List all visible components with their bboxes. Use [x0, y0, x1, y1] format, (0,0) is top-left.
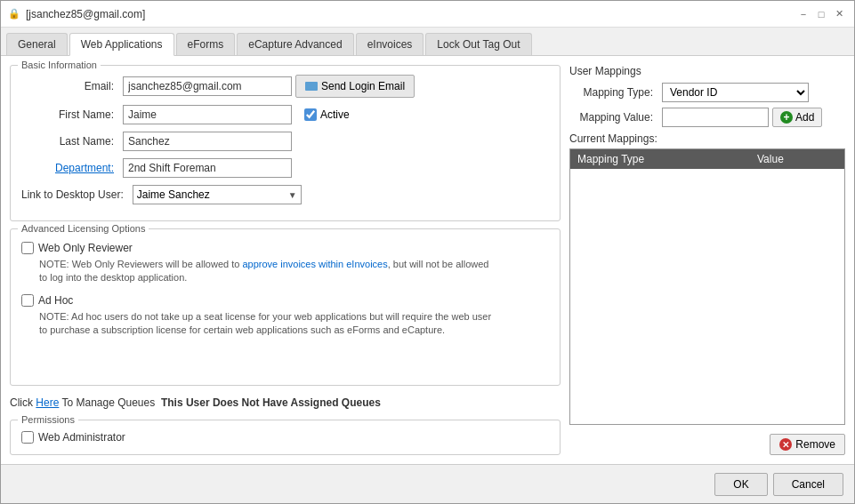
main-window: 🔒 [jsanchez85@gmail.com] − □ ✕ General W… [0, 0, 855, 504]
remove-btn-label: Remove [795, 438, 835, 451]
desktop-user-label: Link to Desktop User: [21, 188, 129, 201]
mapping-table-body [570, 169, 844, 347]
window-title: [jsanchez85@gmail.com] [26, 8, 145, 20]
send-login-btn-label: Send Login Email [321, 80, 405, 92]
mapping-type-select[interactable]: Vendor ID Employee ID Cost Center [662, 83, 809, 102]
basic-info-label: Basic Information [18, 60, 101, 70]
title-bar-controls: − □ ✕ [795, 6, 847, 22]
email-label: Email: [21, 80, 119, 92]
cancel-button[interactable]: Cancel [773, 473, 843, 496]
mapping-value-row: Mapping Value: + Add [569, 108, 845, 127]
department-field[interactable] [123, 158, 292, 178]
queue-prefix: Click [10, 396, 36, 409]
queue-row: Click Here To Manage Queues This User Do… [10, 393, 561, 412]
close-button[interactable]: ✕ [831, 6, 847, 22]
lock-icon: 🔒 [8, 8, 20, 20]
web-admin-label: Web Administrator [38, 431, 125, 444]
remove-mapping-button[interactable]: ✕ Remove [770, 434, 845, 455]
lastname-row: Last Name: [21, 132, 549, 151]
web-only-reviewer-item: Web Only Reviewer NOTE: Web Only Reviewe… [21, 242, 549, 285]
mapping-value-field[interactable] [662, 108, 769, 127]
current-mappings-label: Current Mappings: [569, 132, 845, 145]
firstname-label: First Name: [21, 108, 119, 121]
mapping-type-row: Mapping Type: Vendor ID Employee ID Cost… [569, 83, 845, 102]
remove-x-icon: ✕ [779, 438, 792, 451]
envelope-icon [305, 82, 318, 91]
send-login-email-button[interactable]: Send Login Email [295, 75, 415, 98]
lastname-field[interactable] [123, 132, 292, 151]
desktop-user-dropdown[interactable]: Jaime Sanchez ▼ [133, 185, 302, 204]
desktop-user-value: Jaime Sanchez [137, 188, 288, 201]
add-circle-icon: + [780, 111, 793, 124]
tab-einvoices[interactable]: eInvoices [356, 33, 424, 55]
bottom-bar: OK Cancel [1, 464, 854, 503]
ad-hoc-label: Ad Hoc [38, 294, 73, 307]
ad-hoc-checkbox[interactable] [21, 294, 34, 307]
advanced-licensing-label: Advanced Licensing Options [18, 223, 149, 234]
tab-web-applications[interactable]: Web Applications [69, 33, 174, 56]
mapping-table-container: Mapping Type Value [569, 148, 845, 425]
advanced-licensing-inner: Web Only Reviewer NOTE: Web Only Reviewe… [21, 242, 549, 338]
ad-hoc-row: Ad Hoc [21, 294, 549, 307]
web-only-blue-text: approve invoices within eInvoices [242, 259, 387, 269]
minimize-button[interactable]: − [795, 6, 811, 22]
title-bar: 🔒 [jsanchez85@gmail.com] − □ ✕ [1, 1, 854, 28]
right-panel: User Mappings Mapping Type: Vendor ID Em… [569, 65, 845, 455]
department-row: Department: [21, 158, 549, 178]
firstname-field[interactable] [123, 105, 292, 124]
tab-general[interactable]: General [6, 33, 68, 55]
web-admin-row: Web Administrator [21, 431, 549, 444]
web-only-reviewer-checkbox[interactable] [21, 242, 34, 254]
basic-info-section: Basic Information Email: Send Login Emai… [10, 65, 561, 221]
permissions-section: Permissions Web Administrator [10, 420, 561, 455]
active-label: Active [320, 108, 350, 121]
active-row: Active [304, 108, 350, 121]
department-label[interactable]: Department: [21, 162, 119, 174]
web-only-reviewer-note: NOTE: Web Only Reviewers will be allowed… [39, 258, 493, 285]
left-panel: Basic Information Email: Send Login Emai… [10, 65, 561, 455]
mapping-value-label: Mapping Value: [569, 111, 658, 124]
add-btn-label: Add [795, 111, 814, 124]
user-mappings-title: User Mappings [569, 65, 845, 77]
manage-queues-link[interactable]: Here [36, 396, 59, 409]
email-field[interactable] [123, 76, 292, 96]
web-only-reviewer-label: Web Only Reviewer [38, 242, 133, 254]
mapping-type-label: Mapping Type: [569, 86, 658, 99]
tab-ecapture-advanced[interactable]: eCapture Advanced [237, 33, 353, 55]
tab-bar: General Web Applications eForms eCapture… [1, 28, 854, 56]
permissions-label: Permissions [18, 414, 78, 425]
right-panel-inner: User Mappings Mapping Type: Vendor ID Em… [569, 65, 845, 455]
web-admin-checkbox[interactable] [21, 431, 34, 444]
dropdown-chevron-icon: ▼ [288, 190, 297, 200]
ad-hoc-item: Ad Hoc NOTE: Ad hoc users do not take up… [21, 294, 549, 338]
ad-hoc-note: NOTE: Ad hoc users do not take up a seat… [39, 310, 493, 338]
add-mapping-button[interactable]: + Add [772, 108, 822, 127]
tab-eforms[interactable]: eForms [176, 33, 236, 55]
queue-status-text: This User Does Not Have Assigned Queues [161, 396, 381, 409]
title-bar-left: 🔒 [jsanchez85@gmail.com] [8, 8, 145, 20]
tab-lock-out-tag-out[interactable]: Lock Out Tag Out [425, 33, 531, 55]
mapping-table-header: Mapping Type Value [570, 149, 844, 169]
desktop-user-row: Link to Desktop User: Jaime Sanchez ▼ [21, 185, 549, 204]
maximize-button[interactable]: □ [813, 6, 829, 22]
email-row: Email: Send Login Email [21, 75, 549, 98]
lastname-label: Last Name: [21, 135, 119, 148]
web-only-reviewer-row: Web Only Reviewer [21, 242, 549, 254]
remove-btn-wrapper: ✕ Remove [569, 428, 845, 455]
advanced-licensing-section: Advanced Licensing Options Web Only Revi… [10, 228, 561, 386]
main-content: Basic Information Email: Send Login Emai… [1, 56, 854, 464]
mapping-col-type-header: Mapping Type [577, 153, 757, 165]
ok-button[interactable]: OK [714, 473, 767, 496]
queue-suffix: To Manage Queues [59, 396, 155, 409]
active-checkbox[interactable] [304, 108, 317, 121]
mapping-col-value-header: Value [757, 153, 837, 165]
firstname-active-row: First Name: Active [21, 105, 549, 124]
